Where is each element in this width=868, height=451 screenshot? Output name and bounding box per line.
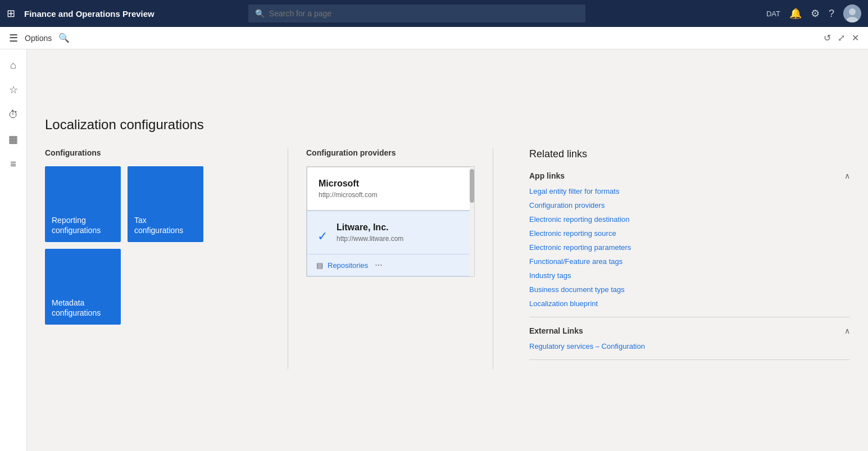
more-actions-icon[interactable]: ··· bbox=[375, 260, 382, 270]
top-nav: ⊞ Finance and Operations Preview 🔍 DAT 🔔… bbox=[0, 0, 868, 27]
help-icon[interactable]: ? bbox=[829, 8, 834, 20]
reload-icon[interactable]: ↺ bbox=[824, 33, 831, 43]
provider-url-litware: http://www.litware.com bbox=[319, 235, 462, 243]
external-links-group: External Links ∧ Regulatory services – C… bbox=[529, 326, 850, 350]
avatar[interactable] bbox=[843, 4, 861, 22]
link-electronic-reporting-destination[interactable]: Electronic reporting destination bbox=[529, 215, 850, 224]
link-business-document-type-tags[interactable]: Business document type tags bbox=[529, 285, 850, 294]
link-localization-blueprint[interactable]: Localization blueprint bbox=[529, 299, 850, 308]
providers-heading: Configuration providers bbox=[306, 148, 475, 157]
section-divider-2 bbox=[493, 148, 493, 369]
sidebar-item-workspaces[interactable]: ▦ bbox=[2, 128, 25, 151]
subnav-right-actions: ↺ ⤢ ✕ bbox=[824, 33, 859, 43]
scrollbar-thumb bbox=[470, 169, 474, 203]
open-new-icon[interactable]: ⤢ bbox=[838, 33, 845, 43]
link-configuration-providers[interactable]: Configuration providers bbox=[529, 201, 850, 209]
app-title: Finance and Operations Preview bbox=[24, 9, 154, 19]
link-regulatory-services-configuration[interactable]: Regulatory services – Configuration bbox=[529, 342, 850, 350]
sidebar-item-home[interactable]: ⌂ bbox=[2, 54, 25, 76]
app-links-title: App links bbox=[529, 171, 565, 180]
related-links-section: Related links App links ∧ Legal entity f… bbox=[511, 148, 850, 369]
sub-nav: ☰ Options 🔍 ↺ ⤢ ✕ bbox=[0, 27, 868, 49]
link-industry-tags[interactable]: Industry tags bbox=[529, 271, 850, 280]
options-label: Options bbox=[25, 34, 52, 43]
subnav-search-icon[interactable]: 🔍 bbox=[58, 33, 70, 43]
links-divider bbox=[529, 317, 850, 317]
link-electronic-reporting-parameters[interactable]: Electronic reporting parameters bbox=[529, 243, 850, 252]
active-check-icon: ✓ bbox=[317, 229, 328, 244]
provider-url-microsoft: http://microsoft.com bbox=[319, 191, 462, 199]
sidebar-item-favorites[interactable]: ☆ bbox=[2, 79, 25, 101]
settings-icon[interactable]: ⚙ bbox=[811, 7, 820, 20]
content-grid: Configurations Reporting configurations … bbox=[45, 148, 850, 369]
config-tiles: Reporting configurations Tax configurati… bbox=[45, 166, 270, 325]
provider-name-microsoft: Microsoft bbox=[319, 179, 462, 189]
repositories-link[interactable]: Repositories bbox=[328, 261, 368, 270]
provider-name-litware: Litware, Inc. bbox=[319, 222, 462, 233]
tax-configurations-tile[interactable]: Tax configurations bbox=[128, 166, 203, 242]
provider-actions: ▤ Repositories ··· bbox=[307, 254, 474, 276]
external-links-collapse-icon[interactable]: ∧ bbox=[844, 326, 850, 335]
search-icon: 🔍 bbox=[255, 9, 265, 18]
left-sidebar: ⌂ ☆ ⏱ ▦ ≡ bbox=[0, 49, 27, 451]
metadata-configurations-tile[interactable]: Metadata configurations bbox=[45, 249, 121, 325]
links-divider-2 bbox=[529, 359, 850, 360]
link-functional-feature-area-tags[interactable]: Functional/Feature area tags bbox=[529, 257, 850, 266]
external-links-title: External Links bbox=[529, 326, 583, 335]
svg-point-1 bbox=[849, 8, 856, 15]
link-electronic-reporting-source[interactable]: Electronic reporting source bbox=[529, 229, 850, 238]
app-links-header: App links ∧ bbox=[529, 171, 850, 180]
close-icon[interactable]: ✕ bbox=[852, 33, 859, 43]
providers-section: Configuration providers Microsoft http:/… bbox=[306, 148, 475, 369]
grid-icon[interactable]: ⊞ bbox=[7, 7, 15, 20]
app-links-collapse-icon[interactable]: ∧ bbox=[844, 171, 850, 180]
providers-scrollbar[interactable] bbox=[470, 167, 474, 276]
external-links-header: External Links ∧ bbox=[529, 326, 850, 335]
sidebar-item-modules[interactable]: ≡ bbox=[2, 153, 25, 175]
search-bar[interactable]: 🔍 bbox=[248, 4, 585, 22]
dat-label: DAT bbox=[766, 10, 780, 18]
reporting-configurations-tile[interactable]: Reporting configurations bbox=[45, 166, 121, 242]
notification-icon[interactable]: 🔔 bbox=[789, 7, 802, 20]
link-legal-entity-filter[interactable]: Legal entity filter for formats bbox=[529, 187, 850, 195]
providers-list: Microsoft http://microsoft.com ✓ Litware… bbox=[306, 166, 475, 277]
search-input[interactable] bbox=[269, 9, 579, 18]
provider-card-litware[interactable]: ✓ Litware, Inc. http://www.litware.com bbox=[307, 211, 474, 254]
main-content: Localization configurations Configuratio… bbox=[27, 99, 868, 451]
page-title: Localization configurations bbox=[45, 117, 850, 133]
section-divider-1 bbox=[288, 148, 288, 369]
provider-card-microsoft[interactable]: Microsoft http://microsoft.com bbox=[307, 167, 474, 211]
related-links-title: Related links bbox=[529, 148, 850, 160]
nav-right: DAT 🔔 ⚙ ? bbox=[766, 4, 861, 22]
configurations-section: Configurations Reporting configurations … bbox=[45, 148, 270, 369]
repositories-icon: ▤ bbox=[316, 261, 323, 270]
hamburger-icon[interactable]: ☰ bbox=[9, 32, 18, 44]
sidebar-item-recent[interactable]: ⏱ bbox=[2, 103, 25, 126]
configurations-heading: Configurations bbox=[45, 148, 270, 157]
